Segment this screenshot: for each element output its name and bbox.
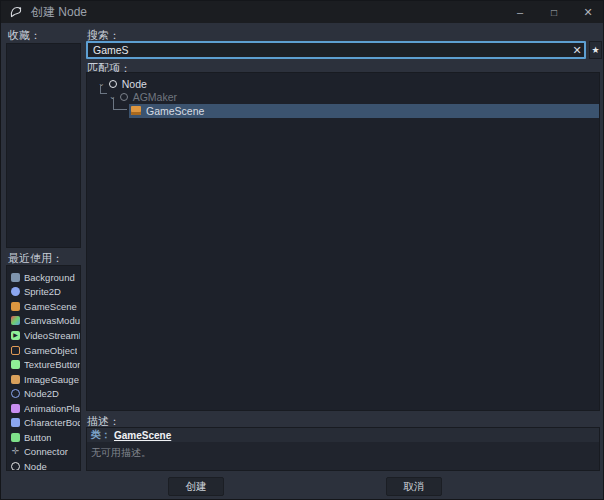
godot-logo-icon <box>9 5 23 19</box>
titlebar: 创建 Node – □ ✕ <box>1 1 604 23</box>
characterbody2d-icon <box>11 418 20 427</box>
animationplayer-icon <box>11 404 20 413</box>
recent-item[interactable]: Sprite2D <box>7 285 80 300</box>
search-input[interactable] <box>86 41 586 59</box>
recent-item[interactable]: GameScene <box>7 299 80 314</box>
recent-item[interactable]: AnimationPlay… <box>7 401 80 416</box>
node-icon <box>109 80 117 88</box>
gamescene-icon <box>131 106 141 115</box>
recent-item-label: CanvasModul… <box>24 315 80 326</box>
class-row: 类： GameScene <box>87 428 599 442</box>
favorite-toggle-button[interactable]: ★ <box>589 41 602 59</box>
tree-item-label: GameScene <box>146 105 204 117</box>
recent-item[interactable]: GameObject <box>7 343 80 358</box>
recent-item[interactable]: TextureButton <box>7 357 80 372</box>
node-icon <box>11 462 20 471</box>
texturebutton-icon <box>11 360 20 369</box>
matches-tree: ⌄ Node ⌄ AGMaker GameScene <box>86 72 600 411</box>
tree-item-gamescene[interactable]: GameScene <box>131 104 204 117</box>
recent-item[interactable]: ▶ VideoStreamP… <box>7 328 80 343</box>
minimize-button[interactable]: – <box>503 1 537 23</box>
description-panel: 类： GameScene 无可用描述。 <box>86 427 600 471</box>
sprite2d-icon <box>11 287 20 296</box>
recent-item-label: AnimationPlay… <box>24 403 80 414</box>
create-node-dialog: 创建 Node – □ ✕ 收藏： 最近使用： Background Sprit… <box>0 0 604 500</box>
class-name-link[interactable]: GameScene <box>114 430 171 441</box>
dialog-title: 创建 Node <box>31 4 87 21</box>
close-button[interactable]: ✕ <box>571 1 604 23</box>
recent-list: Background Sprite2D GameScene CanvasModu… <box>6 265 81 471</box>
recent-item-label: Node2D <box>24 388 59 399</box>
tree-item-label: AGMaker <box>133 91 177 103</box>
recent-item-label: GameScene <box>24 301 77 312</box>
recent-item-label: ImageGauge <box>24 374 79 385</box>
tree-item-label: Node <box>122 78 147 90</box>
recent-item-label: TextureButton <box>24 359 80 370</box>
recent-item[interactable]: Node <box>7 459 80 471</box>
recent-item[interactable]: ImageGauge <box>7 372 80 387</box>
recent-item-label: Sprite2D <box>24 286 61 297</box>
recent-item-label: Background <box>24 272 75 283</box>
canvasmodulate-icon <box>11 316 20 325</box>
recent-label: 最近使用： <box>8 251 63 266</box>
tree-guide <box>113 98 127 110</box>
cancel-button[interactable]: 取消 <box>386 477 442 496</box>
class-prefix: 类： <box>91 428 111 442</box>
recent-item[interactable]: CanvasModul… <box>7 314 80 329</box>
tree-guide <box>100 85 107 94</box>
recent-item[interactable]: Button <box>7 430 80 445</box>
videostreamplayer-icon: ▶ <box>11 331 20 340</box>
favorites-label: 收藏： <box>8 28 41 43</box>
create-button[interactable]: 创建 <box>168 477 224 496</box>
recent-item-label: GameObject <box>24 345 77 356</box>
recent-item-label: Node <box>24 461 47 471</box>
node2d-icon <box>11 389 20 398</box>
favorites-list[interactable] <box>6 43 81 248</box>
description-body: 无可用描述。 <box>91 446 151 460</box>
imagegauge-icon <box>11 375 20 384</box>
recent-item-label: VideoStreamP… <box>24 330 80 341</box>
clear-search-icon[interactable]: ✕ <box>570 43 584 57</box>
connector-icon: ✛ <box>11 447 20 456</box>
button-icon <box>11 433 20 442</box>
recent-item[interactable]: CharacterBod… <box>7 415 80 430</box>
recent-item-label: CharacterBod… <box>24 417 80 428</box>
gameobject-icon <box>11 346 20 355</box>
background-icon <box>11 273 20 282</box>
recent-item-label: Button <box>24 432 51 443</box>
gamescene-icon <box>11 302 20 311</box>
recent-item[interactable]: Node2D <box>7 386 80 401</box>
recent-item-label: Connector <box>24 446 68 457</box>
recent-item[interactable]: Background <box>7 270 80 285</box>
maximize-button[interactable]: □ <box>537 1 571 23</box>
recent-item[interactable]: ✛ Connector <box>7 445 80 460</box>
